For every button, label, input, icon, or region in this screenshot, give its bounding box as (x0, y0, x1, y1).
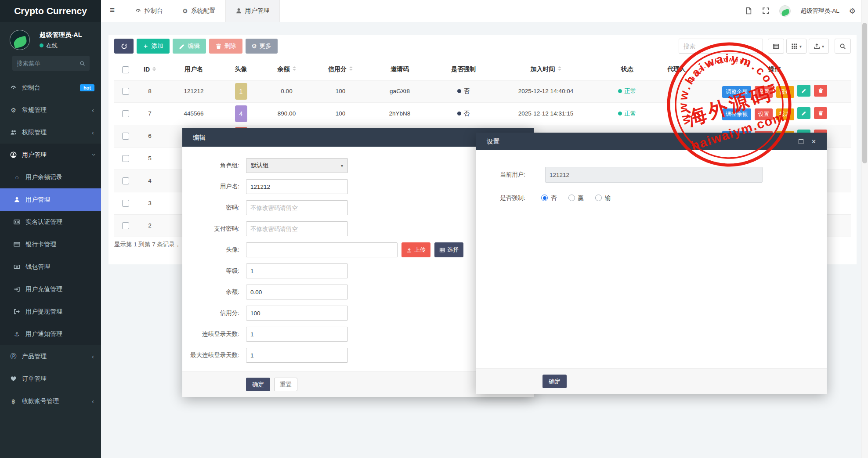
col-id-header[interactable]: ID (137, 59, 163, 80)
table-search-input[interactable] (679, 39, 763, 54)
sidebar-item-general[interactable]: ⚙常规管理‹ (0, 99, 101, 121)
tab-system-config[interactable]: ⚙系统配置 (173, 0, 225, 22)
sidebar-item-permission[interactable]: 权限管理‹ (0, 121, 101, 144)
search-toggle-button[interactable] (835, 39, 851, 54)
report-button[interactable]: 报表 (776, 86, 794, 98)
col-invite-header: 邀请码 (365, 59, 435, 80)
row-checkbox[interactable] (122, 110, 129, 117)
sidebar-item-user-mgmt-parent[interactable]: 用户管理‹ (0, 144, 101, 166)
edit-button[interactable]: 编辑 (173, 39, 206, 54)
user-circle-icon (10, 151, 17, 158)
avatar-field[interactable] (246, 242, 398, 257)
gears-icon: ⚙ (10, 107, 17, 114)
navbar-avatar[interactable] (779, 5, 791, 17)
top-navbar: ≡ 控制台 ⚙系统配置 用户管理 超级管理员-AL ⚙ (101, 0, 868, 22)
doc-icon[interactable] (745, 7, 752, 15)
sidebar-item-wallet[interactable]: 钱包管理 (0, 256, 101, 278)
username-field[interactable] (246, 179, 348, 194)
radio-option-win[interactable]: 赢 (568, 194, 584, 202)
row-checkbox[interactable] (122, 133, 129, 140)
sidebar-item-dashboard[interactable]: 控制台hot (0, 76, 101, 99)
table-summary: 显示第 1 到第 7 条记录， (114, 241, 181, 249)
trash-icon (215, 43, 222, 50)
row-checkbox[interactable] (122, 88, 129, 95)
columns-button[interactable]: ▾ (786, 39, 807, 54)
radio-option-lose[interactable]: 输 (595, 194, 611, 202)
gauge-icon (135, 7, 141, 14)
maximize-icon[interactable] (799, 139, 803, 144)
scrollbar-thumb[interactable] (862, 23, 867, 163)
password-field[interactable] (246, 200, 348, 215)
sidebar-item-balance-log[interactable]: ○用户余额记录 (0, 166, 101, 188)
col-balance-header[interactable]: 余额 (257, 59, 316, 80)
minimize-icon[interactable]: — (785, 138, 791, 145)
sidebar-item-payment-account[interactable]: ฿收款账号管理‹ (0, 390, 101, 412)
choose-button[interactable]: 选择 (434, 242, 463, 257)
more-button[interactable]: ⚙更多 (246, 39, 278, 54)
adjust-balance-button[interactable]: 调整余额 (722, 108, 751, 120)
cell-credit: 100 (316, 102, 365, 125)
sidebar-item-user-mgmt[interactable]: 用户管理 (0, 188, 101, 211)
max-login-days-field[interactable] (246, 348, 348, 363)
page-scrollbar[interactable] (861, 0, 868, 458)
row-checkbox[interactable] (122, 222, 129, 229)
row-delete-button[interactable] (814, 107, 827, 119)
sidebar-item-bankcard[interactable]: 银行卡管理 (0, 233, 101, 256)
sidebar-item-recharge[interactable]: 用户充值管理 (0, 278, 101, 300)
tab-user-mgmt[interactable]: 用户管理 (225, 0, 280, 22)
row-checkbox[interactable] (122, 177, 129, 184)
credit-field[interactable] (246, 306, 348, 321)
radio-icon (568, 195, 575, 201)
fullscreen-icon[interactable] (762, 7, 770, 15)
confirm-button[interactable]: 确定 (542, 375, 567, 388)
reset-button[interactable]: 重置 (274, 378, 297, 391)
sidebar-item-order[interactable]: 订单管理 (0, 368, 101, 390)
select-all-checkbox[interactable] (122, 66, 129, 73)
sidebar-item-notice[interactable]: ⚓用户通知管理 (0, 323, 101, 345)
upload-button[interactable]: 上传 (401, 242, 430, 257)
report-button[interactable]: 报表 (776, 108, 794, 120)
tab-dashboard[interactable]: 控制台 (125, 0, 173, 22)
detail-view-button[interactable] (768, 39, 784, 54)
level-field[interactable] (246, 263, 348, 278)
cell-actions: 调整余额 设置 报表 (698, 102, 851, 125)
sidebar-item-product[interactable]: Ⓟ产品管理‹ (0, 345, 101, 368)
cell-id: 4 (137, 169, 163, 192)
sidebar-item-withdraw[interactable]: 用户提现管理 (0, 300, 101, 323)
settings-modal-header[interactable]: 设置 — ✕ (476, 133, 827, 150)
adjust-balance-button[interactable]: 调整余额 (722, 86, 751, 98)
cell-actions: 调整余额 设置 报表 (698, 80, 851, 102)
balance-label: 余额: (182, 288, 239, 296)
balance-field[interactable] (246, 285, 348, 299)
cell-balance: 890.00 (257, 102, 316, 125)
cell-forced: 否 (435, 102, 492, 125)
gear-icon[interactable]: ⚙ (849, 7, 856, 16)
radio-option-no[interactable]: 否 (541, 194, 557, 202)
app-logo[interactable]: Crypto Currency (0, 0, 101, 22)
row-delete-button[interactable] (814, 85, 827, 97)
login-days-field[interactable] (246, 327, 348, 342)
pay-password-field[interactable] (246, 221, 348, 236)
settings-button[interactable]: 设置 (755, 108, 773, 120)
chevron-left-icon: ‹ (92, 106, 94, 114)
row-edit-button[interactable] (797, 107, 810, 119)
add-button[interactable]: ＋添加 (137, 39, 170, 54)
role-select[interactable]: 默认组▾ (246, 158, 348, 173)
close-icon[interactable]: ✕ (811, 138, 816, 145)
refresh-button[interactable] (114, 39, 134, 54)
delete-button[interactable]: 删除 (209, 39, 242, 54)
menu-toggle-icon[interactable]: ≡ (110, 5, 115, 15)
export-button[interactable]: ▾ (809, 39, 829, 54)
col-credit-header[interactable]: 信用分 (316, 59, 365, 80)
sidebar-item-realname[interactable]: 实名认证管理 (0, 211, 101, 233)
settings-button[interactable]: 设置 (755, 86, 773, 98)
row-checkbox[interactable] (122, 155, 129, 162)
row-checkbox[interactable] (122, 200, 129, 207)
navbar-username[interactable]: 超级管理员-AL (800, 7, 839, 15)
sidebar-search-input[interactable] (17, 60, 80, 67)
table-header-row: ID 用户名 头像 余额 信用分 邀请码 是否强制 加入时间 状态 代理人 操作 (114, 59, 851, 80)
col-jointime-header[interactable]: 加入时间 (492, 59, 600, 80)
pencil-icon (801, 88, 807, 94)
confirm-button[interactable]: 确定 (246, 378, 270, 391)
row-edit-button[interactable] (797, 85, 810, 97)
